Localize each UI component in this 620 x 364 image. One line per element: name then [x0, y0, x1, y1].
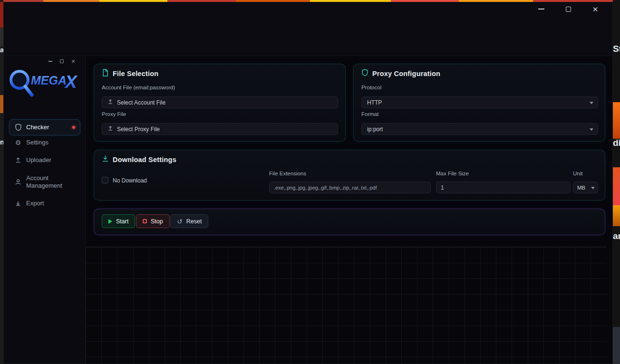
shield-icon	[14, 124, 22, 131]
upload-icon	[107, 125, 113, 133]
minimize-button[interactable]	[535, 3, 547, 15]
panel-title: Proxy Configuration	[372, 70, 440, 77]
panel-header: Download Settings	[102, 155, 176, 164]
proxy-configuration-panel: Proxy Configuration Protocol HTTP Format…	[353, 64, 605, 142]
titlebar: ✕	[4, 2, 612, 56]
sidebar-item-account-management[interactable]: Account Management	[9, 171, 80, 193]
no-download-label: No Download	[113, 177, 147, 184]
background-image-fragment	[613, 167, 620, 205]
chevron-down-icon	[590, 128, 593, 131]
background-block	[0, 2, 3, 28]
button-label: Start	[116, 218, 128, 225]
panel-header: Proxy Configuration	[361, 69, 440, 78]
background-text-fragment: dit	[613, 138, 620, 148]
panel-header: File Selection	[102, 69, 158, 78]
person-icon	[14, 179, 22, 185]
chevron-down-icon	[591, 187, 595, 189]
inner-maximize-button[interactable]	[59, 58, 65, 64]
start-button[interactable]: Start	[102, 214, 135, 228]
sidebar: ✕ MEGA X	[4, 56, 86, 364]
logo-word: MEGA	[31, 74, 67, 87]
inner-close-button[interactable]: ✕	[70, 58, 76, 64]
shield-icon	[361, 69, 368, 78]
background-text-fragment: ar	[613, 231, 620, 241]
sidebar-item-settings[interactable]: ⚙ Settings	[9, 136, 80, 149]
file-extensions-input[interactable]	[269, 182, 431, 193]
file-icon	[102, 69, 109, 78]
protocol-label: Protocol	[361, 85, 381, 90]
stop-icon	[143, 219, 147, 223]
background-block	[0, 95, 3, 113]
maximize-button[interactable]	[562, 3, 574, 15]
reset-button[interactable]: ↺ Reset	[170, 214, 208, 228]
background-right-strip: Sto dit ar	[613, 0, 620, 364]
background-block	[0, 28, 3, 47]
sidebar-item-label: Checker	[26, 124, 68, 131]
unit-label: Unit	[573, 171, 582, 176]
sidebar-item-label: Settings	[26, 139, 75, 146]
format-label: Format	[361, 111, 378, 117]
max-file-size-label: Max File Size	[436, 171, 469, 176]
chevron-down-icon	[590, 102, 593, 104]
inner-minimize-button[interactable]	[48, 58, 53, 64]
download-icon	[102, 155, 109, 164]
proxy-file-label: Proxy File	[102, 111, 126, 117]
background-image-fragment	[613, 102, 620, 139]
app-logo: MEGA X	[4, 66, 85, 103]
protocol-select[interactable]: HTTP	[361, 96, 598, 108]
no-download-checkbox[interactable]	[102, 177, 108, 183]
window-controls: ✕	[535, 3, 601, 15]
results-grid	[86, 247, 607, 364]
button-label: Select Proxy File	[117, 126, 160, 133]
upload-icon	[107, 99, 113, 106]
export-icon	[14, 200, 22, 207]
background-text-fragment: a	[0, 46, 3, 54]
sidebar-item-checker[interactable]: Checker	[9, 119, 80, 135]
background-text-fragment: Sto	[613, 44, 620, 54]
minimize-icon	[538, 9, 544, 10]
sidebar-item-label: Account Management	[26, 174, 75, 190]
actions-panel: Start Stop ↺ Reset	[94, 209, 605, 235]
sidebar-item-label: Export	[26, 200, 75, 207]
select-value: HTTP	[367, 99, 382, 106]
background-left-strip: a m	[0, 0, 3, 364]
stop-button[interactable]: Stop	[136, 214, 170, 228]
main-content: File Selection Account File (email:passw…	[86, 56, 612, 364]
play-icon	[108, 219, 112, 224]
maximize-icon	[60, 59, 64, 63]
account-file-label: Account File (email:password)	[102, 85, 175, 90]
select-value: MB	[577, 185, 585, 191]
select-account-file-button[interactable]: Select Account File	[102, 96, 338, 108]
inner-window-controls: ✕	[48, 58, 76, 65]
max-file-size-input[interactable]	[436, 182, 571, 193]
format-select[interactable]: ip:port	[361, 123, 598, 135]
sidebar-item-export[interactable]: Export	[9, 197, 80, 210]
file-extensions-label: File Extensions	[269, 171, 306, 176]
app-window: ✕ ✕ MEGA	[3, 2, 613, 364]
button-label: Select Account File	[117, 99, 165, 106]
button-label: Reset	[186, 218, 202, 225]
background-text-fragment: m	[0, 138, 3, 146]
button-label: Stop	[151, 218, 163, 225]
reset-icon: ↺	[177, 218, 183, 225]
close-icon: ✕	[592, 6, 599, 13]
file-selection-panel: File Selection Account File (email:passw…	[94, 64, 346, 142]
unit-select[interactable]: MB	[573, 182, 598, 193]
status-dot	[72, 126, 75, 129]
close-button[interactable]: ✕	[590, 3, 601, 15]
panel-title: Download Settings	[113, 156, 176, 163]
sidebar-item-label: Uploader	[26, 156, 75, 164]
panel-title: File Selection	[113, 70, 158, 77]
gear-glyph: ⚙	[15, 139, 21, 146]
upload-icon	[14, 157, 22, 163]
gear-icon: ⚙	[14, 139, 22, 146]
magnifier-logo-icon: MEGA X	[7, 66, 82, 103]
sidebar-item-uploader[interactable]: Uploader	[9, 153, 80, 167]
maximize-icon	[566, 7, 571, 12]
close-icon: ✕	[71, 59, 75, 64]
select-proxy-file-button[interactable]: Select Proxy File	[102, 123, 338, 135]
select-value: ip:port	[367, 126, 383, 133]
logo-x: X	[64, 72, 78, 92]
background-image-fragment	[613, 205, 620, 226]
download-settings-panel: Download Settings No Download File Exten…	[94, 150, 605, 201]
